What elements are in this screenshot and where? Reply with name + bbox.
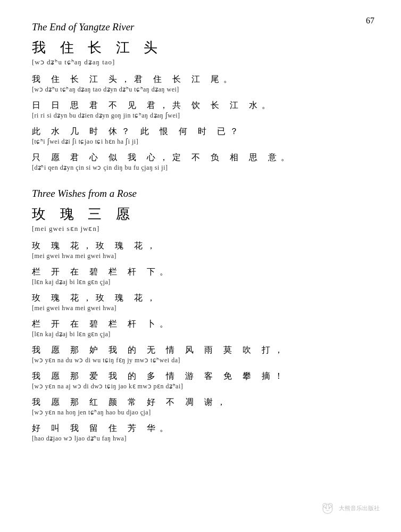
section2-chinese-8: 好 叫 我 留 住 芳 华。 <box>32 422 369 435</box>
section2-verse-3: 玫 瑰 花，玫 瑰 花， [mei gwei hwa mei gwei hwa] <box>32 292 369 312</box>
section1-chinese-1: 我 住 长 江 头，君 住 长 江 尾。 <box>32 73 369 86</box>
svg-point-4 <box>329 508 330 509</box>
section2-title: Three Wishes from a Rose <box>32 188 369 200</box>
watermark: 大熊音乐出版社 <box>320 500 380 516</box>
section1-chinese-title: 我 住 长 江 头 <box>32 38 369 57</box>
section2-chinese-4: 栏 开 在 碧 栏 杆 卜。 <box>32 318 369 330</box>
section1-chinese-3: 此 水 几 时 休？ 此 恨 何 时 已？ <box>32 125 369 138</box>
section2-phonetic-3: [mei gwei hwa mei gwei hwa] <box>32 304 369 312</box>
section2-verse-5: 我 愿 那 妒 我 的 无 情 风 雨 莫 吹 打， [wɔ yɛn na du… <box>32 344 369 364</box>
section1-chinese-4: 只 愿 君 心 似 我 心，定 不 负 相 思 意。 <box>32 151 369 164</box>
section2-phonetic-8: [hao dʑjao wɔ ljao dʑʰu faŋ hwa] <box>32 435 369 443</box>
section2-verse-7: 我 愿 那 红 颜 常 好 不 凋 谢， [wɔ yɛn na hoŋ jen … <box>32 396 369 417</box>
section2-chinese-6: 我 愿 那 爱 我 的 多 情 游 客 免 攀 摘！ <box>32 370 369 383</box>
section1-chinese-2: 日 日 思 君 不 见 君，共 饮 长 江 水。 <box>32 99 369 112</box>
section2-phonetic-6: [wɔ yɛn na aj wɔ di dwɔ tɕiŋ jao kɛ mwɔ … <box>32 383 369 390</box>
section2-phonetic-4: [lɛn kaj dʑaj bi lɛn gɛn çja] <box>32 330 369 338</box>
section2-chinese-2: 栏 开 在 碧 栏 杆 下。 <box>32 265 369 278</box>
section2-verse-6: 我 愿 那 爱 我 的 多 情 游 客 免 攀 摘！ [wɔ yɛn na aj… <box>32 370 369 390</box>
section2-phonetic-2: [lɛn kaj dʑaj bi lɛn gɛn çja] <box>32 278 369 286</box>
section2-verse-1: 玫 瑰 花，玫 瑰 花， [mei gwei hwa mei gwei hwa] <box>32 239 369 260</box>
section2-phonetic-title: [mei gwei sɛn jwɛn] <box>32 225 369 233</box>
section2-chinese-1: 玫 瑰 花，玫 瑰 花， <box>32 239 369 252</box>
svg-point-3 <box>325 508 327 509</box>
section1-title: The End of Yangtze River <box>32 21 369 33</box>
section2-phonetic-1: [mei gwei hwa mei gwei hwa] <box>32 252 369 260</box>
section1-verse-1: 我 住 长 江 头，君 住 长 江 尾。 [wɔ dʑʰu tɕʰaŋ dʑaŋ… <box>32 73 369 94</box>
section1-phonetic-1: [wɔ dʑʰu tɕʰaŋ dʑaŋ tao dʑyn dʑʰu tɕʰaŋ … <box>32 86 369 94</box>
watermark-text: 大熊音乐出版社 <box>339 504 380 512</box>
section1-verse-4: 只 愿 君 心 似 我 心，定 不 负 相 思 意。 [dʑʰi qen dʑy… <box>32 151 369 172</box>
section2: Three Wishes from a Rose 玫 瑰 三 愿 [mei gw… <box>32 188 369 443</box>
section1-phonetic-3: [tɕʰi ʃwei dʑi ʃi tɕjao tɕi hɛn ha ʃi ji… <box>32 138 369 146</box>
bear-logo-icon <box>320 500 336 516</box>
section2-phonetic-5: [wɔ yɛn na du wɔ di wu tɕiŋ fɛŋ jy mwɔ t… <box>32 356 369 364</box>
section2-verse-8: 好 叫 我 留 住 芳 华。 [hao dʑjao wɔ ljao dʑʰu f… <box>32 422 369 443</box>
section2-verse-2: 栏 开 在 碧 栏 杆 下。 [lɛn kaj dʑaj bi lɛn gɛn … <box>32 265 369 286</box>
section1-verse-3: 此 水 几 时 休？ 此 恨 何 时 已？ [tɕʰi ʃwei dʑi ʃi … <box>32 125 369 146</box>
section2-chinese-5: 我 愿 那 妒 我 的 无 情 风 雨 莫 吹 打， <box>32 344 369 356</box>
section2-phonetic-7: [wɔ yɛn na hoŋ jen tɕʰaŋ hao bu djao çja… <box>32 409 369 417</box>
svg-point-0 <box>323 504 332 514</box>
section2-chinese-title: 玫 瑰 三 愿 <box>32 205 369 223</box>
section1-phonetic-2: [ri ri si dʑyn bu dʑien dʑyn goŋ jin tɕʰ… <box>32 112 369 120</box>
section2-chinese-3: 玫 瑰 花，玫 瑰 花， <box>32 292 369 304</box>
page-number: 67 <box>366 16 374 26</box>
section2-verse-4: 栏 开 在 碧 栏 杆 卜。 [lɛn kaj dʑaj bi lɛn gɛn … <box>32 318 369 338</box>
section1-phonetic-title: [wɔ dʑʰu tɕʰaŋ dʑaŋ tao] <box>32 58 369 66</box>
section1-verse-2: 日 日 思 君 不 见 君，共 饮 长 江 水。 [ri ri si dʑyn … <box>32 99 369 120</box>
section1-phonetic-4: [dʑʰi qen dʑyn çin si wɔ çin diŋ bu fu ç… <box>32 164 369 172</box>
section2-chinese-7: 我 愿 那 红 颜 常 好 不 凋 谢， <box>32 396 369 409</box>
section1: The End of Yangtze River 我 住 长 江 头 [wɔ d… <box>32 21 369 172</box>
